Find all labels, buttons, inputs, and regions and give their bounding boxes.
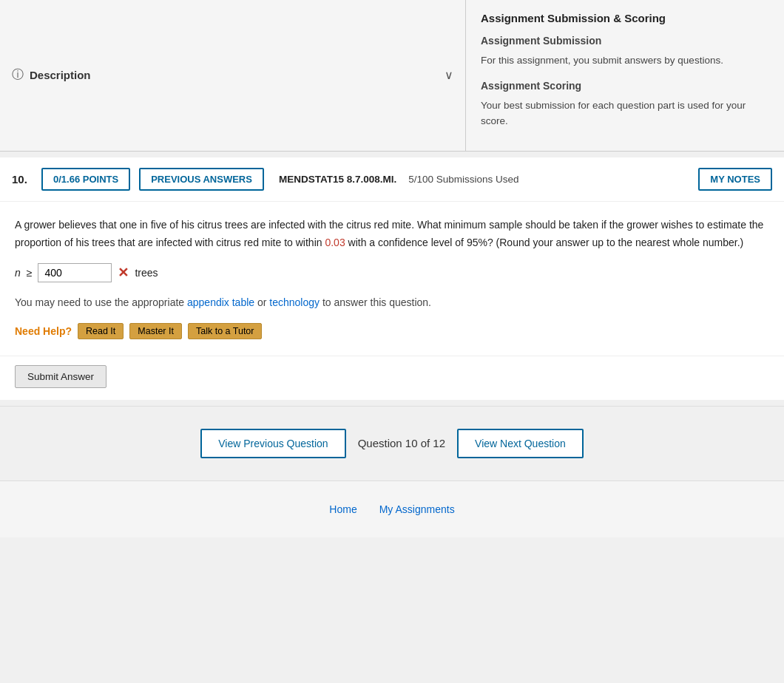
answer-row: n ≥ ✕ trees <box>15 263 769 282</box>
answer-unit: trees <box>135 267 158 279</box>
home-link[interactable]: Home <box>329 503 356 515</box>
my-assignments-link[interactable]: My Assignments <box>379 503 455 515</box>
question-body: A grower believes that one in five of hi… <box>0 202 784 356</box>
description-section[interactable]: ⓘ Description ∨ <box>0 0 466 151</box>
question-id: MENDSTAT15 8.7.008.MI. <box>279 174 396 185</box>
question-text: A grower believes that one in five of hi… <box>15 217 769 252</box>
read-it-button[interactable]: Read It <box>78 323 124 339</box>
my-notes-button[interactable]: MY NOTES <box>698 168 772 191</box>
appendix-line: You may need to use the appropriate appe… <box>15 294 769 310</box>
assignment-info-panel: Assignment Submission & Scoring Assignme… <box>466 0 784 151</box>
master-it-button[interactable]: Master It <box>129 323 182 339</box>
submissions-used: 5/100 Submissions Used <box>408 174 518 185</box>
question-header: 10. 0/1.66 POINTS PREVIOUS ANSWERS MENDS… <box>0 157 784 202</box>
appendix-table-link[interactable]: appendix table <box>187 296 254 308</box>
scoring-title: Assignment Scoring <box>481 78 769 94</box>
previous-answers-button[interactable]: PREVIOUS ANSWERS <box>139 168 264 191</box>
need-help-row: Need Help? Read It Master It Talk to a T… <box>15 323 769 344</box>
footer-section: Home My Assignments <box>0 480 784 537</box>
appendix-text-middle: or <box>254 296 269 308</box>
talk-to-tutor-button[interactable]: Talk to a Tutor <box>188 323 263 339</box>
need-help-label: Need Help? <box>15 325 72 337</box>
submission-text: For this assignment, you submit answers … <box>481 53 769 68</box>
section-divider <box>0 152 784 157</box>
submit-row: Submit Answer <box>0 356 784 400</box>
ge-symbol: ≥ <box>27 267 33 279</box>
answer-label: n <box>15 267 21 279</box>
appendix-text-before: You may need to use the appropriate <box>15 296 187 308</box>
points-button[interactable]: 0/1.66 POINTS <box>41 168 130 191</box>
question-section: 10. 0/1.66 POINTS PREVIOUS ANSWERS MENDS… <box>0 157 784 400</box>
answer-input[interactable] <box>38 263 112 282</box>
submit-button[interactable]: Submit Answer <box>15 365 107 388</box>
incorrect-icon: ✕ <box>118 265 129 281</box>
description-title: Description <box>30 69 439 81</box>
section-divider-2 <box>0 400 784 406</box>
next-question-button[interactable]: View Next Question <box>457 429 584 458</box>
scoring-text: Your best submission for each question p… <box>481 98 769 129</box>
info-icon: ⓘ <box>12 67 24 83</box>
appendix-text-after: to answer this question. <box>320 296 431 308</box>
prev-question-button[interactable]: View Previous Question <box>200 429 345 458</box>
navigation-section: View Previous Question Question 10 of 12… <box>0 406 784 480</box>
technology-link[interactable]: technology <box>269 296 320 308</box>
submission-title: Assignment Submission <box>481 33 769 49</box>
chevron-down-icon: ∨ <box>445 68 453 82</box>
assignment-info-title: Assignment Submission & Scoring <box>481 12 769 24</box>
question-number: 10. <box>12 173 33 186</box>
question-text-after: with a confidence level of 95%? (Round y… <box>345 237 744 248</box>
highlight-value: 0.03 <box>325 237 345 248</box>
question-counter: Question 10 of 12 <box>358 437 445 449</box>
description-bar: ⓘ Description ∨ Assignment Submission & … <box>0 0 784 152</box>
